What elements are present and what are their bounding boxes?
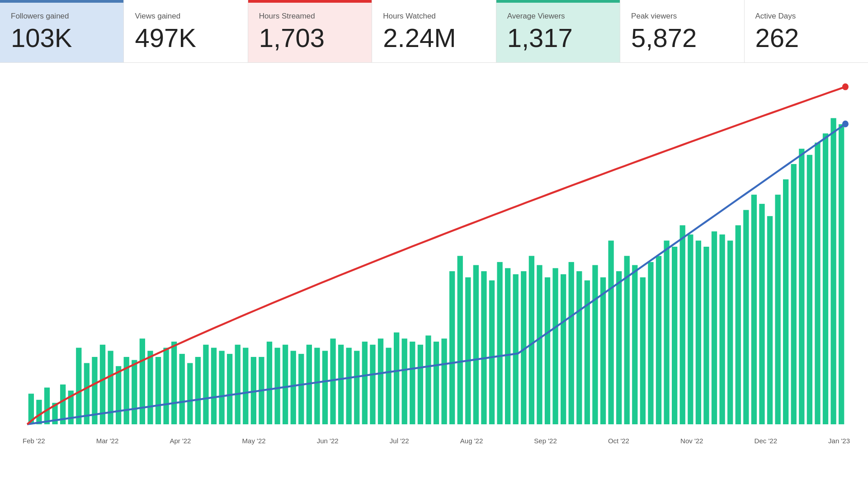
line-end-dot <box>842 83 849 90</box>
chart-bar <box>680 225 685 424</box>
chart-bar <box>458 256 463 424</box>
chart-bar <box>513 274 519 424</box>
chart-bar <box>712 231 717 424</box>
line-end-dot <box>842 121 849 127</box>
chart-bar <box>767 216 773 424</box>
chart-bar <box>36 400 42 424</box>
chart-bar <box>703 247 709 424</box>
chart-bar <box>354 351 359 424</box>
chart-bar <box>140 338 145 424</box>
chart-bar <box>552 268 558 424</box>
chart-bar <box>330 338 335 424</box>
accent-bar <box>620 0 744 3</box>
chart-bar <box>203 345 208 424</box>
stat-label: Peak viewers <box>631 12 733 21</box>
stat-label: Followers gained <box>11 12 113 21</box>
chart-bar <box>425 335 431 424</box>
chart-bar <box>640 277 646 424</box>
chart-bar <box>274 347 280 424</box>
stat-value: 103K <box>11 23 113 52</box>
chart-bar <box>799 149 804 424</box>
chart-bar <box>116 366 121 424</box>
chart-bar <box>410 342 415 424</box>
chart-bar <box>179 354 185 424</box>
chart-bar <box>616 271 622 424</box>
chart-bar <box>759 204 764 424</box>
chart-bar <box>370 345 375 424</box>
chart-bar <box>648 262 653 424</box>
chart-bar <box>624 256 630 424</box>
accent-bar <box>0 0 123 3</box>
x-axis-label: Dec '22 <box>755 437 777 445</box>
chart-bar <box>600 277 606 424</box>
x-axis-label: Aug '22 <box>460 437 483 445</box>
chart-bar <box>585 280 590 424</box>
chart-bar <box>545 277 550 424</box>
x-axis-label: Mar '22 <box>96 437 119 445</box>
accent-bar <box>745 0 868 3</box>
chart-bar <box>132 360 137 424</box>
chart-bar <box>418 345 423 424</box>
chart-bar <box>76 347 81 424</box>
chart-bar <box>823 133 828 424</box>
stat-card-views: Views gained497K <box>124 0 248 62</box>
x-axis-label: Nov '22 <box>680 437 703 445</box>
chart-bar <box>751 195 757 424</box>
chart-bar <box>434 342 439 424</box>
chart-bar <box>783 179 788 424</box>
chart-bar <box>291 351 296 424</box>
chart-bar <box>314 347 320 424</box>
chart-bar <box>195 357 201 424</box>
chart-bar <box>322 351 328 424</box>
chart-bar <box>386 347 391 424</box>
x-axis-label: Jan '23 <box>828 437 850 445</box>
stat-value: 5,872 <box>631 23 733 52</box>
chart-bar <box>736 225 741 424</box>
stats-bar: Followers gained103KViews gained497KHour… <box>0 0 868 63</box>
accent-bar <box>372 0 495 3</box>
stat-card-peak-viewers: Peak viewers5,872 <box>620 0 744 62</box>
chart-bar <box>44 387 50 424</box>
stat-value: 497K <box>135 23 236 52</box>
stat-card-hours-watched: Hours Watched2.24M <box>372 0 496 62</box>
chart-bar <box>441 338 447 424</box>
chart-bar <box>298 354 304 424</box>
stat-label: Average Viewers <box>507 12 609 21</box>
chart-bar <box>346 347 352 424</box>
accent-bar <box>496 0 620 3</box>
chart-bar <box>537 265 542 424</box>
chart-bar <box>608 240 613 424</box>
chart-bar <box>489 280 495 424</box>
stat-value: 2.24M <box>383 23 485 52</box>
chart-bar <box>743 210 749 424</box>
stat-value: 262 <box>755 23 857 52</box>
stat-value: 1,317 <box>507 23 609 52</box>
chart-bar <box>688 235 693 424</box>
chart-bar <box>338 345 344 424</box>
chart-bar <box>719 235 725 424</box>
x-axis-label: Jul '22 <box>390 437 409 445</box>
stat-card-avg-viewers: Average Viewers1,317 <box>496 0 620 62</box>
stat-value: 1,703 <box>259 23 361 52</box>
chart-bar <box>394 333 399 424</box>
chart-bar <box>156 357 161 424</box>
stat-label: Active Days <box>755 12 857 21</box>
chart-bar <box>243 347 248 424</box>
x-axis-label: Feb '22 <box>23 437 45 445</box>
chart-bar <box>187 363 193 424</box>
chart-bar <box>378 338 383 424</box>
chart-bar <box>362 342 368 424</box>
chart-bar <box>211 347 217 424</box>
chart-bar <box>830 118 836 424</box>
chart-bar <box>569 262 574 424</box>
accent-bar <box>124 0 247 3</box>
chart-bar <box>807 155 812 424</box>
stat-label: Hours Streamed <box>259 12 361 21</box>
chart-bar <box>791 164 797 424</box>
chart-bar <box>576 271 582 424</box>
chart-bar <box>672 247 677 424</box>
chart-bar <box>283 345 288 424</box>
chart-bar <box>267 342 272 424</box>
chart-bar <box>727 240 733 424</box>
chart-bar <box>561 274 566 424</box>
